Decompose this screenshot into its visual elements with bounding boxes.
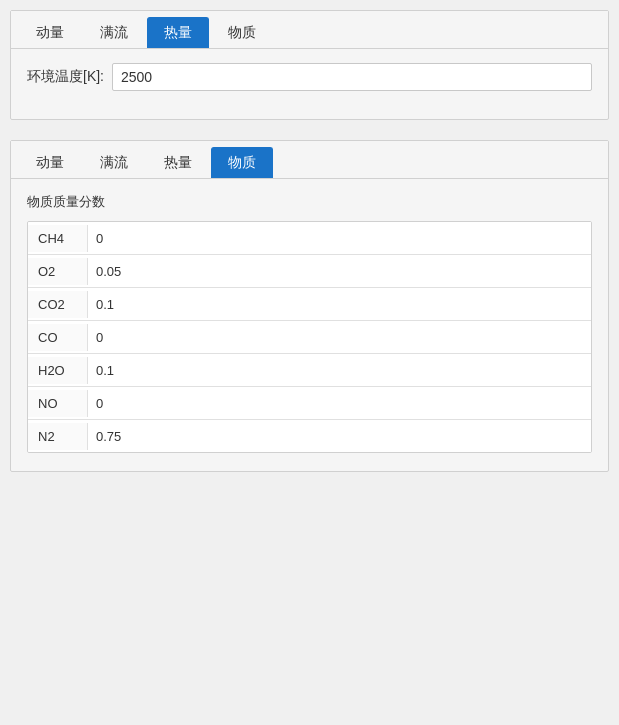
substance-row: H2O — [28, 354, 591, 387]
substance-row: O2 — [28, 255, 591, 288]
tab-fullflow-1[interactable]: 满流 — [83, 17, 145, 48]
substance-input-co2[interactable] — [88, 288, 591, 320]
temperature-row: 环境温度[K]: — [27, 63, 592, 91]
substance-row: CH4 — [28, 222, 591, 255]
substance-label-no: NO — [28, 390, 88, 417]
substance-row: CO2 — [28, 288, 591, 321]
tab-fullflow-2[interactable]: 满流 — [83, 147, 145, 178]
substance-label-o2: O2 — [28, 258, 88, 285]
tab-substance-2[interactable]: 物质 — [211, 147, 273, 178]
substance-input-o2[interactable] — [88, 255, 591, 287]
substance-label-h2o: H2O — [28, 357, 88, 384]
tab-heat-2[interactable]: 热量 — [147, 147, 209, 178]
substance-label-co2: CO2 — [28, 291, 88, 318]
substance-row: N2 — [28, 420, 591, 452]
tab-heat-1[interactable]: 热量 — [147, 17, 209, 48]
panel-substance-content: 物质质量分数 CH4O2CO2COH2ONON2 — [11, 179, 608, 471]
substance-input-co[interactable] — [88, 321, 591, 353]
panel-heat: 动量 满流 热量 物质 环境温度[K]: — [10, 10, 609, 120]
substance-input-n2[interactable] — [88, 420, 591, 452]
substance-input-h2o[interactable] — [88, 354, 591, 386]
substance-input-no[interactable] — [88, 387, 591, 419]
substance-section-title: 物质质量分数 — [27, 193, 592, 211]
substance-table: CH4O2CO2COH2ONON2 — [27, 221, 592, 453]
tab-substance-1[interactable]: 物质 — [211, 17, 273, 48]
temperature-input[interactable] — [112, 63, 592, 91]
substance-row: CO — [28, 321, 591, 354]
substance-label-ch4: CH4 — [28, 225, 88, 252]
substance-label-co: CO — [28, 324, 88, 351]
temperature-label: 环境温度[K]: — [27, 68, 104, 86]
panel-substance: 动量 满流 热量 物质 物质质量分数 CH4O2CO2COH2ONON2 — [10, 140, 609, 472]
substance-row: NO — [28, 387, 591, 420]
tab-bar-1: 动量 满流 热量 物质 — [11, 11, 608, 49]
tab-momentum-2[interactable]: 动量 — [19, 147, 81, 178]
tab-bar-2: 动量 满流 热量 物质 — [11, 141, 608, 179]
panel-heat-content: 环境温度[K]: — [11, 49, 608, 119]
substance-label-n2: N2 — [28, 423, 88, 450]
tab-momentum-1[interactable]: 动量 — [19, 17, 81, 48]
substance-input-ch4[interactable] — [88, 222, 591, 254]
